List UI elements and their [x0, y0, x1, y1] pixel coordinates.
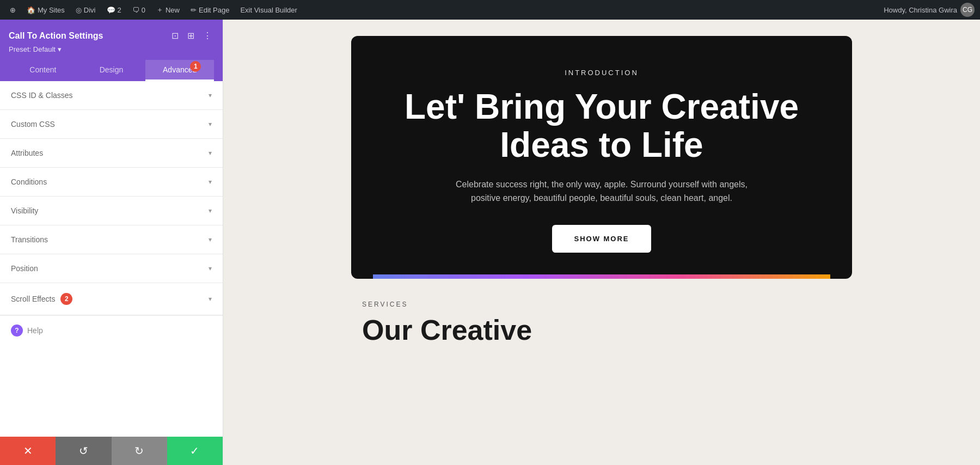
accordion-visibility-header[interactable]: Visibility ▾ — [0, 197, 223, 225]
accordion-css-id-label: CSS ID & Classes — [11, 91, 73, 100]
hero-description: Celebrate success right, the only way, a… — [449, 178, 754, 205]
new-content-menu[interactable]: ＋ New — [152, 0, 184, 20]
divi-icon: ◎ — [76, 6, 82, 14]
comments-count: 2 — [118, 6, 121, 14]
accordion-conditions-arrow: ▾ — [209, 178, 212, 186]
avatar[interactable]: CG — [960, 3, 975, 17]
panel-preset[interactable]: Preset: Default ▾ — [9, 45, 214, 58]
my-sites-menu[interactable]: 🏠 My Sites — [22, 0, 69, 20]
panel-title-row: Call To Action Settings ⊡ ⊞ ⋮ — [9, 28, 214, 43]
help-button[interactable]: ? Help — [0, 315, 223, 345]
accordion-scroll-effects-arrow: ▾ — [209, 295, 212, 303]
accordion-conditions-label: Conditions — [11, 178, 47, 186]
tab-content-label: Content — [29, 65, 56, 74]
accordion-attributes: Attributes ▾ — [0, 139, 223, 168]
accordion-css-id: CSS ID & Classes ▾ — [0, 81, 223, 110]
exit-builder-label: Exit Visual Builder — [240, 6, 297, 14]
admin-bar-right: Howdy, Christina Gwira CG — [884, 3, 975, 17]
scroll-effects-left: Scroll Effects 2 — [11, 293, 72, 305]
comments-menu[interactable]: 💬 2 — [102, 0, 126, 20]
hero-intro-label: INTRODUCTION — [373, 69, 830, 77]
accordion-custom-css-label: Custom CSS — [11, 120, 55, 129]
pencil-icon: ✏ — [191, 6, 197, 14]
panel-title: Call To Action Settings — [9, 31, 103, 41]
save-button[interactable]: ✓ — [167, 437, 223, 465]
preset-chevron: ▾ — [58, 45, 62, 53]
preset-label: Preset: Default — [9, 45, 56, 53]
redo-button[interactable]: ↻ — [112, 437, 167, 465]
cancel-button[interactable]: ✕ — [0, 437, 56, 465]
save-icon: ✓ — [190, 444, 199, 457]
comment-icon: 💬 — [107, 6, 115, 14]
new-label: New — [166, 6, 180, 14]
accordion-custom-css: Custom CSS ▾ — [0, 110, 223, 139]
my-sites-label: My Sites — [38, 6, 65, 14]
accordion-custom-css-header[interactable]: Custom CSS ▾ — [0, 110, 223, 138]
accordion-position: Position ▾ — [0, 254, 223, 283]
panel-header: Call To Action Settings ⊡ ⊞ ⋮ Preset: De… — [0, 20, 223, 81]
tab-design-label: Design — [100, 65, 124, 74]
edit-page-link[interactable]: ✏ Edit Page — [186, 0, 234, 20]
admin-bar: ⊕ 🏠 My Sites ◎ Divi 💬 2 🗨 0 ＋ New ✏ Edit… — [0, 0, 980, 20]
accordion-conditions-header[interactable]: Conditions ▾ — [0, 168, 223, 196]
panel-tabs: Content Design Advanced 1 — [9, 60, 214, 81]
wp-logo[interactable]: ⊕ — [5, 0, 20, 20]
exit-builder-button[interactable]: Exit Visual Builder — [236, 0, 302, 20]
accordion-visibility: Visibility ▾ — [0, 197, 223, 225]
undo-icon: ↺ — [79, 444, 88, 457]
accordion-transitions-arrow: ▾ — [209, 236, 212, 243]
comment-pending-count: 0 — [142, 6, 145, 14]
accordion-position-label: Position — [11, 264, 38, 273]
undo-button[interactable]: ↺ — [56, 437, 111, 465]
accordion-attributes-label: Attributes — [11, 149, 43, 157]
cancel-icon: ✕ — [23, 444, 33, 457]
tab-advanced[interactable]: Advanced 1 — [145, 60, 214, 81]
divi-menu[interactable]: ◎ Divi — [71, 0, 100, 20]
hero-gradient-bar — [373, 274, 830, 279]
panel-header-icons: ⊡ ⊞ ⋮ — [169, 28, 214, 43]
settings-panel: Call To Action Settings ⊡ ⊞ ⋮ Preset: De… — [0, 20, 223, 465]
divi-label: Divi — [84, 6, 96, 14]
hero-cta-button[interactable]: SHOW MORE — [552, 225, 651, 253]
panel-actions: ✕ ↺ ↻ ✓ — [0, 437, 223, 465]
plus-icon: ＋ — [156, 5, 163, 15]
edit-page-label: Edit Page — [199, 6, 229, 14]
help-label: Help — [27, 326, 43, 335]
services-title: Our Creative — [362, 315, 841, 346]
accordion-attributes-header[interactable]: Attributes ▾ — [0, 139, 223, 167]
accordion-scroll-effects-header[interactable]: Scroll Effects 2 ▾ — [0, 283, 223, 315]
hero-cta-label: SHOW MORE — [574, 235, 629, 243]
wp-icon: ⊕ — [10, 6, 16, 14]
columns-icon[interactable]: ⊞ — [185, 28, 197, 43]
accordion-transitions: Transitions ▾ — [0, 225, 223, 254]
scroll-effects-badge: 2 — [60, 293, 72, 305]
accordion-conditions: Conditions ▾ — [0, 168, 223, 197]
accordion-visibility-label: Visibility — [11, 206, 38, 215]
accordion-transitions-label: Transitions — [11, 235, 48, 244]
accordion-custom-css-arrow: ▾ — [209, 120, 212, 128]
help-icon: ? — [11, 325, 23, 336]
services-section: SERVICES Our Creative — [351, 301, 852, 346]
hero-title: Let' Bring Your Creative Ideas to Life — [373, 88, 830, 164]
more-options-icon[interactable]: ⋮ — [201, 28, 214, 43]
comment-pending-icon: 🗨 — [132, 6, 139, 14]
accordion-css-id-header[interactable]: CSS ID & Classes ▾ — [0, 81, 223, 109]
tab-advanced-wrapper: Advanced 1 — [163, 65, 197, 74]
user-greeting: Howdy, Christina Gwira — [884, 6, 957, 14]
accordion-css-id-arrow: ▾ — [209, 91, 212, 99]
accordion-scroll-effects: Scroll Effects 2 ▾ — [0, 283, 223, 315]
tab-content[interactable]: Content — [9, 60, 77, 81]
accordion-transitions-header[interactable]: Transitions ▾ — [0, 225, 223, 254]
accordion-visibility-arrow: ▾ — [209, 207, 212, 215]
hero-section: INTRODUCTION Let' Bring Your Creative Id… — [351, 36, 852, 279]
comment-pending[interactable]: 🗨 0 — [128, 0, 150, 20]
redo-icon: ↻ — [134, 444, 144, 457]
house-icon: 🏠 — [27, 6, 35, 14]
accordion-scroll-effects-label: Scroll Effects — [11, 295, 55, 303]
accordion-position-arrow: ▾ — [209, 265, 212, 272]
expand-icon[interactable]: ⊡ — [169, 28, 181, 43]
accordion-position-header[interactable]: Position ▾ — [0, 254, 223, 283]
services-label: SERVICES — [362, 301, 841, 308]
tab-design[interactable]: Design — [77, 60, 146, 81]
main-content: INTRODUCTION Let' Bring Your Creative Id… — [223, 20, 980, 465]
